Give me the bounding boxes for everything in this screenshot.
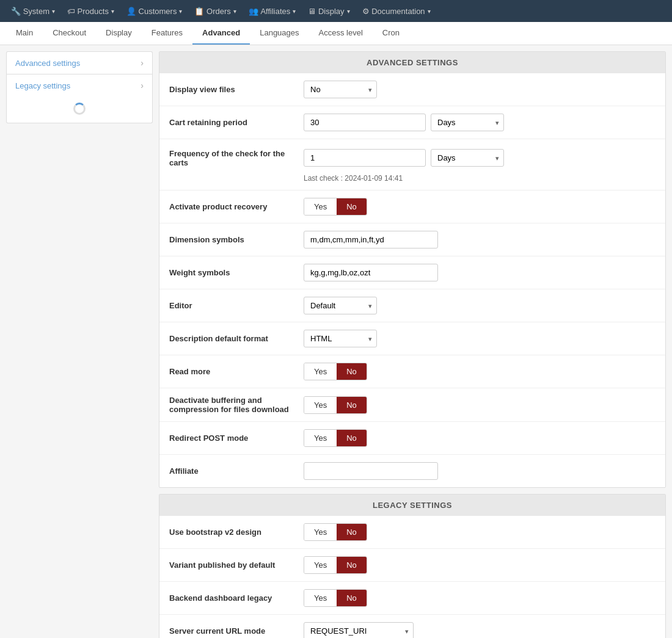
setting-redirect-post: Redirect POST mode Yes No <box>159 422 665 455</box>
display-view-files-wrapper: No Yes ▾ <box>304 81 377 98</box>
description-format-control: HTML Plain text ▾ <box>304 330 656 347</box>
use-bootstrap-yes[interactable]: Yes <box>304 524 337 540</box>
weight-symbols-control <box>304 264 656 281</box>
tab-main[interactable]: Main <box>6 22 43 45</box>
setting-backend-dashboard: Backend dashboard legacy Yes No <box>159 582 665 615</box>
sidebar-item-legacy-settings[interactable]: Legacy settings › <box>6 74 153 96</box>
deactivate-buffering-label: Deactivate buffering and compression for… <box>169 396 304 414</box>
nav-affiliates[interactable]: 👥 Affiliates ▾ <box>243 0 302 22</box>
tab-bar: Main Checkout Display Features Advanced … <box>0 22 672 45</box>
nav-system[interactable]: 🔧 System ▾ <box>5 0 61 22</box>
backend-dashboard-no[interactable]: No <box>337 590 367 606</box>
tab-display[interactable]: Display <box>96 22 142 45</box>
server-url-mode-label: Server current URL mode <box>169 626 304 636</box>
editor-select[interactable]: Default TinyMCE None <box>304 297 377 314</box>
setting-variant-published: Variant published by default Yes No <box>159 549 665 582</box>
variant-published-label: Variant published by default <box>169 560 304 570</box>
activate-product-recovery-no[interactable]: No <box>337 198 367 215</box>
dimension-symbols-input[interactable] <box>304 231 438 248</box>
affiliate-input[interactable] <box>304 462 438 480</box>
description-format-wrapper: HTML Plain text ▾ <box>304 330 377 347</box>
server-url-mode-wrapper: REQUEST_URI HTTP_HOST SERVER_NAME ▾ <box>304 622 414 638</box>
activate-product-recovery-control: Yes No <box>304 198 656 216</box>
redirect-post-no[interactable]: No <box>337 430 367 446</box>
tab-checkout[interactable]: Checkout <box>43 22 96 45</box>
frequency-unit-select[interactable]: Days Hours Minutes <box>431 149 504 167</box>
tab-access-level[interactable]: Access level <box>309 22 373 45</box>
nav-documentation[interactable]: ⚙ Documentation ▾ <box>356 0 437 22</box>
top-navigation: 🔧 System ▾ 🏷 Products ▾ 👤 Customers ▾ 📋 … <box>0 0 672 22</box>
variant-published-yes[interactable]: Yes <box>304 557 337 573</box>
redirect-post-yesno: Yes No <box>304 429 367 447</box>
cart-retaining-label: Cart retaining period <box>169 118 304 127</box>
backend-dashboard-yes[interactable]: Yes <box>304 590 337 606</box>
chevron-right-icon: › <box>141 58 144 68</box>
use-bootstrap-label: Use bootstrap v2 design <box>169 527 304 537</box>
nav-customers[interactable]: 👤 Customers ▾ <box>120 0 188 22</box>
cart-retaining-unit-select[interactable]: Days Hours Minutes <box>431 114 504 131</box>
products-dropdown-arrow: ▾ <box>111 8 114 15</box>
cart-retaining-control: Days Hours Minutes ▾ <box>304 114 656 131</box>
orders-dropdown-arrow: ▾ <box>233 8 236 15</box>
affiliates-icon: 👥 <box>249 7 258 16</box>
customers-dropdown-arrow: ▾ <box>179 8 182 15</box>
variant-published-control: Yes No <box>304 556 656 574</box>
description-format-label: Description default format <box>169 334 304 343</box>
read-more-yes[interactable]: Yes <box>304 363 337 380</box>
variant-published-no[interactable]: No <box>337 557 367 573</box>
setting-display-view-files: Display view files No Yes ▾ <box>159 73 665 106</box>
setting-editor: Editor Default TinyMCE None ▾ <box>159 289 665 322</box>
display-dropdown-arrow: ▾ <box>347 8 350 15</box>
description-format-select[interactable]: HTML Plain text <box>304 330 377 347</box>
affiliate-label: Affiliate <box>169 466 304 476</box>
nav-products[interactable]: 🏷 Products ▾ <box>61 0 120 22</box>
deactivate-buffering-no[interactable]: No <box>337 397 367 413</box>
setting-use-bootstrap: Use bootstrap v2 design Yes No <box>159 516 665 549</box>
sidebar-item-advanced-settings[interactable]: Advanced settings › <box>6 51 153 74</box>
setting-server-url-mode: Server current URL mode REQUEST_URI HTTP… <box>159 615 665 638</box>
editor-label: Editor <box>169 301 304 310</box>
server-url-mode-select[interactable]: REQUEST_URI HTTP_HOST SERVER_NAME <box>304 622 414 638</box>
products-icon: 🏷 <box>67 7 75 16</box>
redirect-post-yes[interactable]: Yes <box>304 430 337 446</box>
orders-icon: 📋 <box>194 7 204 16</box>
editor-wrapper: Default TinyMCE None ▾ <box>304 297 377 314</box>
nav-orders[interactable]: 📋 Orders ▾ <box>188 0 242 22</box>
documentation-icon: ⚙ <box>362 7 370 16</box>
setting-weight-symbols: Weight symbols <box>159 256 665 289</box>
advanced-settings-section: ADVANCED SETTINGS Display view files No … <box>159 51 666 488</box>
weight-symbols-input[interactable] <box>304 264 438 281</box>
frequency-check-input[interactable] <box>304 149 426 167</box>
activate-product-recovery-yes[interactable]: Yes <box>304 198 337 215</box>
display-view-files-control: No Yes ▾ <box>304 81 656 98</box>
cart-retaining-input[interactable] <box>304 114 426 131</box>
use-bootstrap-control: Yes No <box>304 523 656 541</box>
content-area: ADVANCED SETTINGS Display view files No … <box>159 51 666 638</box>
sidebar: Advanced settings › Legacy settings › <box>6 51 153 638</box>
backend-dashboard-yesno: Yes No <box>304 589 367 607</box>
deactivate-buffering-yesno: Yes No <box>304 396 367 414</box>
main-layout: Advanced settings › Legacy settings › AD… <box>0 45 672 638</box>
sidebar-spinner <box>6 96 153 123</box>
frequency-check-label: Frequency of the check for the carts <box>169 149 304 167</box>
read-more-yesno: Yes No <box>304 363 367 380</box>
setting-frequency-check: Frequency of the check for the carts Day… <box>159 139 665 190</box>
documentation-dropdown-arrow: ▾ <box>428 8 431 15</box>
tab-features[interactable]: Features <box>142 22 192 45</box>
dimension-symbols-label: Dimension symbols <box>169 235 304 244</box>
use-bootstrap-no[interactable]: No <box>337 524 367 540</box>
read-more-no[interactable]: No <box>337 363 367 380</box>
variant-published-yesno: Yes No <box>304 556 367 574</box>
display-view-files-select[interactable]: No Yes <box>304 81 377 98</box>
server-url-mode-control: REQUEST_URI HTTP_HOST SERVER_NAME ▾ <box>304 622 656 638</box>
cart-retaining-unit-wrapper: Days Hours Minutes ▾ <box>431 114 504 131</box>
tab-cron[interactable]: Cron <box>373 22 409 45</box>
deactivate-buffering-yes[interactable]: Yes <box>304 397 337 413</box>
read-more-label: Read more <box>169 367 304 376</box>
redirect-post-control: Yes No <box>304 429 656 447</box>
chevron-right-icon-2: › <box>141 81 144 90</box>
nav-display[interactable]: 🖥 Display ▾ <box>302 0 356 22</box>
dimension-symbols-control <box>304 231 656 248</box>
tab-languages[interactable]: Languages <box>250 22 309 45</box>
tab-advanced[interactable]: Advanced <box>192 22 250 45</box>
